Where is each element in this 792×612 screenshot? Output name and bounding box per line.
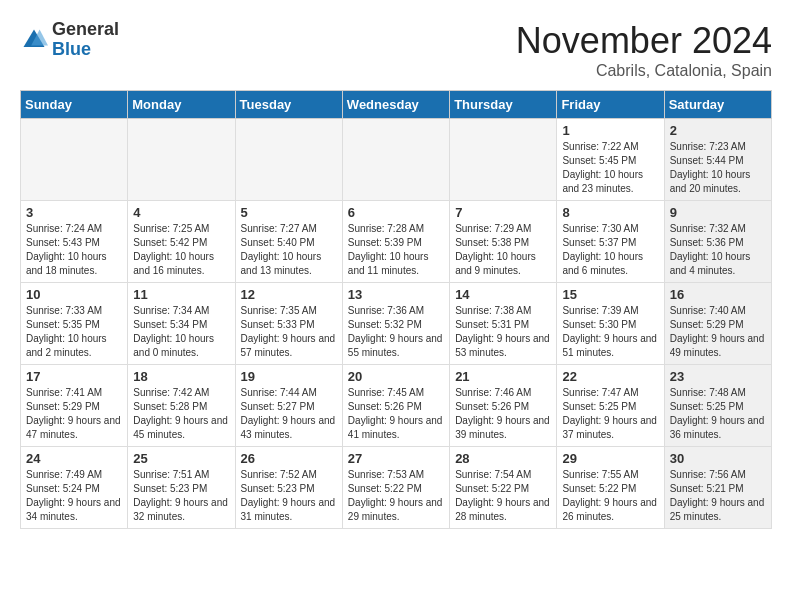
calendar-day-8: 8Sunrise: 7:30 AM Sunset: 5:37 PM Daylig… (557, 201, 664, 283)
day-number: 10 (26, 287, 122, 302)
calendar-day-empty (342, 119, 449, 201)
day-info: Sunrise: 7:45 AM Sunset: 5:26 PM Dayligh… (348, 386, 444, 442)
calendar-day-28: 28Sunrise: 7:54 AM Sunset: 5:22 PM Dayli… (450, 447, 557, 529)
week-row-1: 1Sunrise: 7:22 AM Sunset: 5:45 PM Daylig… (21, 119, 772, 201)
calendar-day-16: 16Sunrise: 7:40 AM Sunset: 5:29 PM Dayli… (664, 283, 771, 365)
calendar-day-20: 20Sunrise: 7:45 AM Sunset: 5:26 PM Dayli… (342, 365, 449, 447)
weekday-header-monday: Monday (128, 91, 235, 119)
header: General Blue November 2024 Cabrils, Cata… (20, 20, 772, 80)
day-info: Sunrise: 7:48 AM Sunset: 5:25 PM Dayligh… (670, 386, 766, 442)
day-number: 9 (670, 205, 766, 220)
day-info: Sunrise: 7:41 AM Sunset: 5:29 PM Dayligh… (26, 386, 122, 442)
day-info: Sunrise: 7:55 AM Sunset: 5:22 PM Dayligh… (562, 468, 658, 524)
day-info: Sunrise: 7:56 AM Sunset: 5:21 PM Dayligh… (670, 468, 766, 524)
calendar-day-empty (21, 119, 128, 201)
calendar-day-27: 27Sunrise: 7:53 AM Sunset: 5:22 PM Dayli… (342, 447, 449, 529)
day-number: 8 (562, 205, 658, 220)
calendar-day-19: 19Sunrise: 7:44 AM Sunset: 5:27 PM Dayli… (235, 365, 342, 447)
logo: General Blue (20, 20, 119, 60)
calendar-day-18: 18Sunrise: 7:42 AM Sunset: 5:28 PM Dayli… (128, 365, 235, 447)
calendar-day-6: 6Sunrise: 7:28 AM Sunset: 5:39 PM Daylig… (342, 201, 449, 283)
calendar-day-2: 2Sunrise: 7:23 AM Sunset: 5:44 PM Daylig… (664, 119, 771, 201)
calendar-day-14: 14Sunrise: 7:38 AM Sunset: 5:31 PM Dayli… (450, 283, 557, 365)
calendar-day-empty (450, 119, 557, 201)
day-number: 11 (133, 287, 229, 302)
day-number: 4 (133, 205, 229, 220)
calendar-table: SundayMondayTuesdayWednesdayThursdayFrid… (20, 90, 772, 529)
calendar-day-5: 5Sunrise: 7:27 AM Sunset: 5:40 PM Daylig… (235, 201, 342, 283)
location-title: Cabrils, Catalonia, Spain (516, 62, 772, 80)
day-number: 21 (455, 369, 551, 384)
calendar-day-15: 15Sunrise: 7:39 AM Sunset: 5:30 PM Dayli… (557, 283, 664, 365)
day-number: 6 (348, 205, 444, 220)
calendar-day-17: 17Sunrise: 7:41 AM Sunset: 5:29 PM Dayli… (21, 365, 128, 447)
day-info: Sunrise: 7:36 AM Sunset: 5:32 PM Dayligh… (348, 304, 444, 360)
calendar-day-30: 30Sunrise: 7:56 AM Sunset: 5:21 PM Dayli… (664, 447, 771, 529)
day-number: 16 (670, 287, 766, 302)
calendar-day-1: 1Sunrise: 7:22 AM Sunset: 5:45 PM Daylig… (557, 119, 664, 201)
day-info: Sunrise: 7:27 AM Sunset: 5:40 PM Dayligh… (241, 222, 337, 278)
day-number: 13 (348, 287, 444, 302)
day-info: Sunrise: 7:33 AM Sunset: 5:35 PM Dayligh… (26, 304, 122, 360)
day-info: Sunrise: 7:22 AM Sunset: 5:45 PM Dayligh… (562, 140, 658, 196)
logo-text: General Blue (52, 20, 119, 60)
day-number: 19 (241, 369, 337, 384)
day-number: 27 (348, 451, 444, 466)
calendar-day-9: 9Sunrise: 7:32 AM Sunset: 5:36 PM Daylig… (664, 201, 771, 283)
day-info: Sunrise: 7:46 AM Sunset: 5:26 PM Dayligh… (455, 386, 551, 442)
day-number: 7 (455, 205, 551, 220)
week-row-4: 17Sunrise: 7:41 AM Sunset: 5:29 PM Dayli… (21, 365, 772, 447)
day-info: Sunrise: 7:39 AM Sunset: 5:30 PM Dayligh… (562, 304, 658, 360)
calendar-day-empty (235, 119, 342, 201)
day-number: 22 (562, 369, 658, 384)
calendar-day-4: 4Sunrise: 7:25 AM Sunset: 5:42 PM Daylig… (128, 201, 235, 283)
week-row-3: 10Sunrise: 7:33 AM Sunset: 5:35 PM Dayli… (21, 283, 772, 365)
day-info: Sunrise: 7:38 AM Sunset: 5:31 PM Dayligh… (455, 304, 551, 360)
day-info: Sunrise: 7:51 AM Sunset: 5:23 PM Dayligh… (133, 468, 229, 524)
calendar-day-26: 26Sunrise: 7:52 AM Sunset: 5:23 PM Dayli… (235, 447, 342, 529)
day-info: Sunrise: 7:42 AM Sunset: 5:28 PM Dayligh… (133, 386, 229, 442)
logo-general-text: General (52, 20, 119, 40)
calendar-day-12: 12Sunrise: 7:35 AM Sunset: 5:33 PM Dayli… (235, 283, 342, 365)
calendar-day-24: 24Sunrise: 7:49 AM Sunset: 5:24 PM Dayli… (21, 447, 128, 529)
calendar-day-empty (128, 119, 235, 201)
day-number: 30 (670, 451, 766, 466)
calendar-day-3: 3Sunrise: 7:24 AM Sunset: 5:43 PM Daylig… (21, 201, 128, 283)
calendar-day-29: 29Sunrise: 7:55 AM Sunset: 5:22 PM Dayli… (557, 447, 664, 529)
title-area: November 2024 Cabrils, Catalonia, Spain (516, 20, 772, 80)
weekday-header-thursday: Thursday (450, 91, 557, 119)
calendar-day-13: 13Sunrise: 7:36 AM Sunset: 5:32 PM Dayli… (342, 283, 449, 365)
calendar-day-21: 21Sunrise: 7:46 AM Sunset: 5:26 PM Dayli… (450, 365, 557, 447)
weekday-header-tuesday: Tuesday (235, 91, 342, 119)
calendar-day-7: 7Sunrise: 7:29 AM Sunset: 5:38 PM Daylig… (450, 201, 557, 283)
day-number: 12 (241, 287, 337, 302)
day-info: Sunrise: 7:30 AM Sunset: 5:37 PM Dayligh… (562, 222, 658, 278)
day-number: 5 (241, 205, 337, 220)
day-number: 20 (348, 369, 444, 384)
logo-blue-text: Blue (52, 40, 119, 60)
week-row-5: 24Sunrise: 7:49 AM Sunset: 5:24 PM Dayli… (21, 447, 772, 529)
day-number: 26 (241, 451, 337, 466)
day-info: Sunrise: 7:44 AM Sunset: 5:27 PM Dayligh… (241, 386, 337, 442)
day-info: Sunrise: 7:24 AM Sunset: 5:43 PM Dayligh… (26, 222, 122, 278)
day-number: 29 (562, 451, 658, 466)
day-info: Sunrise: 7:32 AM Sunset: 5:36 PM Dayligh… (670, 222, 766, 278)
day-number: 2 (670, 123, 766, 138)
day-info: Sunrise: 7:49 AM Sunset: 5:24 PM Dayligh… (26, 468, 122, 524)
calendar-day-11: 11Sunrise: 7:34 AM Sunset: 5:34 PM Dayli… (128, 283, 235, 365)
day-info: Sunrise: 7:40 AM Sunset: 5:29 PM Dayligh… (670, 304, 766, 360)
logo-icon (20, 26, 48, 54)
month-title: November 2024 (516, 20, 772, 62)
calendar-day-22: 22Sunrise: 7:47 AM Sunset: 5:25 PM Dayli… (557, 365, 664, 447)
day-info: Sunrise: 7:35 AM Sunset: 5:33 PM Dayligh… (241, 304, 337, 360)
day-number: 3 (26, 205, 122, 220)
day-number: 25 (133, 451, 229, 466)
day-info: Sunrise: 7:34 AM Sunset: 5:34 PM Dayligh… (133, 304, 229, 360)
day-info: Sunrise: 7:28 AM Sunset: 5:39 PM Dayligh… (348, 222, 444, 278)
calendar-day-23: 23Sunrise: 7:48 AM Sunset: 5:25 PM Dayli… (664, 365, 771, 447)
weekday-header-saturday: Saturday (664, 91, 771, 119)
week-row-2: 3Sunrise: 7:24 AM Sunset: 5:43 PM Daylig… (21, 201, 772, 283)
weekday-header-wednesday: Wednesday (342, 91, 449, 119)
calendar-day-25: 25Sunrise: 7:51 AM Sunset: 5:23 PM Dayli… (128, 447, 235, 529)
weekday-header-row: SundayMondayTuesdayWednesdayThursdayFrid… (21, 91, 772, 119)
